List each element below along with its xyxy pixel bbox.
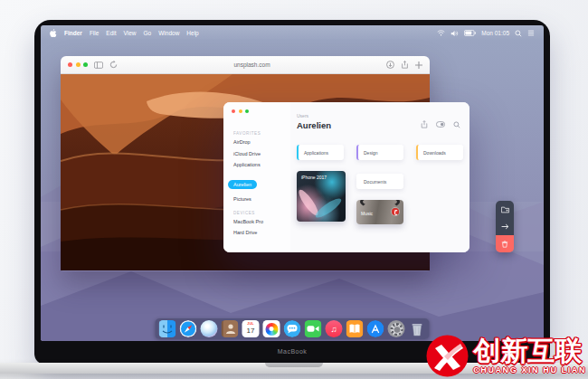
browser-toolbar: unsplash.com	[61, 56, 430, 74]
dock: JUL 17 ♫	[156, 318, 430, 339]
reload-icon[interactable]	[109, 61, 118, 69]
new-folder-icon	[501, 206, 509, 213]
menu-clock[interactable]: Mon 01:05	[481, 30, 509, 36]
sidebar-item-icloud-drive[interactable]: iCloud Drive	[233, 151, 290, 156]
browser-zoom-button[interactable]	[83, 62, 88, 67]
menu-item-window[interactable]: Window	[158, 30, 179, 36]
menu-item-view[interactable]: View	[124, 30, 137, 36]
dock-settings-icon[interactable]	[388, 320, 405, 337]
dock-app-store-icon[interactable]	[367, 320, 384, 337]
dock-books-icon[interactable]	[346, 320, 364, 337]
menu-list-icon[interactable]	[527, 30, 535, 36]
dock-music-icon[interactable]: ♫	[326, 320, 343, 337]
sidebar-item-hard-drive[interactable]: Hard Drive	[233, 230, 290, 235]
search-icon[interactable]	[453, 121, 460, 128]
folder-card-documents[interactable]: Documents	[356, 174, 403, 189]
downloads-icon[interactable]	[386, 61, 394, 69]
menu-bar: Finder File Edit View Go Window Help Mon…	[41, 25, 544, 41]
watermark-subtitle: CHUANG XIN HU LIAN	[473, 366, 586, 374]
watermark-title: 创新互联	[473, 337, 586, 365]
menu-item-file[interactable]: File	[90, 30, 99, 36]
menu-item-help[interactable]: Help	[186, 30, 198, 36]
arrow-right-icon	[501, 223, 509, 230]
laptop-base-notch	[265, 363, 323, 367]
sidebar-toggle-icon[interactable]	[94, 62, 103, 69]
view-toggle-icon[interactable]	[436, 121, 445, 128]
new-tab-icon[interactable]	[415, 62, 422, 69]
finder-zoom-button[interactable]	[245, 109, 249, 113]
music-note-glyph: ♫	[330, 324, 337, 334]
calendar-month: JUL	[242, 322, 260, 326]
menu-item-edit[interactable]: Edit	[106, 30, 116, 36]
dock-messages-icon[interactable]	[284, 320, 301, 337]
breadcrumb: Users	[297, 113, 331, 118]
watermark-logo	[426, 335, 469, 377]
menu-app-name[interactable]: Finder	[64, 30, 82, 36]
search-icon[interactable]	[515, 30, 522, 37]
new-folder-button[interactable]	[496, 201, 514, 218]
desktop-screen: Finder File Edit View Go Window Help Mon…	[41, 25, 544, 341]
page-title: Aurelien	[297, 120, 331, 130]
dock-siri-icon[interactable]	[201, 320, 218, 337]
folder-card-label: Downloads	[418, 150, 446, 156]
finder-content: Users Aurelien Applications	[290, 102, 469, 252]
apple-logo-icon[interactable]	[50, 29, 57, 37]
calendar-day: 17	[242, 327, 260, 335]
sidebar-item-applications[interactable]: Applications	[233, 162, 290, 167]
dock-contacts-icon[interactable]	[222, 320, 239, 337]
folder-card-applications[interactable]: Applications	[297, 145, 344, 160]
sidebar-item-macbook-pro[interactable]: MacBook Pro	[233, 219, 290, 224]
volume-icon[interactable]	[450, 30, 459, 37]
folder-card-label: Documents	[358, 179, 386, 185]
menu-item-go[interactable]: Go	[144, 30, 152, 36]
folder-card-label: Design	[358, 150, 378, 156]
finder-sidebar: FAVORITES AirDrop iCloud Drive Applicati…	[223, 102, 290, 252]
finder-close-button[interactable]	[232, 109, 235, 113]
photo-thumbnail-label: iPhone 2017	[301, 175, 327, 180]
move-button[interactable]	[496, 218, 514, 235]
dock-facetime-icon[interactable]	[305, 320, 322, 337]
dock-calendar-icon[interactable]: JUL 17	[242, 320, 260, 337]
delete-button[interactable]	[496, 235, 514, 252]
browser-close-button[interactable]	[68, 62, 72, 67]
browser-minimize-button[interactable]	[76, 62, 81, 67]
finder-minimize-button[interactable]	[239, 109, 242, 113]
share-icon[interactable]	[421, 120, 428, 128]
folder-card-design[interactable]: Design	[356, 145, 403, 160]
photo-thumbnail[interactable]: iPhone 2017	[297, 171, 346, 222]
dock-safari-icon[interactable]	[180, 320, 197, 337]
beats-logo-icon	[392, 208, 399, 215]
watermark: 创新互联 CHUANG XIN HU LIAN	[426, 335, 586, 377]
sidebar-header-favorites: FAVORITES	[233, 131, 290, 136]
music-thumbnail[interactable]: Music	[356, 200, 403, 224]
folder-card-label: Applications	[299, 150, 328, 156]
sidebar-item-pictures[interactable]: Pictures	[233, 196, 290, 202]
dock-trash-icon[interactable]	[409, 320, 426, 337]
sidebar-item-aurelien[interactable]: Aurelien	[228, 180, 257, 189]
finder-window: FAVORITES AirDrop iCloud Drive Applicati…	[223, 102, 469, 252]
music-thumbnail-label: Music	[361, 211, 373, 216]
folder-card-downloads[interactable]: Downloads	[416, 145, 463, 160]
battery-icon[interactable]	[464, 30, 476, 36]
mockup-stage: MacBook Finder File Edit View Go Window …	[0, 0, 588, 379]
wifi-icon[interactable]	[437, 30, 445, 36]
dock-finder-icon[interactable]	[159, 320, 176, 337]
trash-icon	[501, 241, 508, 248]
sidebar-item-airdrop[interactable]: AirDrop	[233, 139, 290, 145]
dock-photos-icon[interactable]	[263, 320, 280, 337]
sidebar-header-devices: DEVICES	[233, 211, 290, 215]
share-icon[interactable]	[401, 61, 409, 69]
url-field[interactable]: unsplash.com	[124, 62, 380, 68]
action-bar	[496, 201, 514, 252]
